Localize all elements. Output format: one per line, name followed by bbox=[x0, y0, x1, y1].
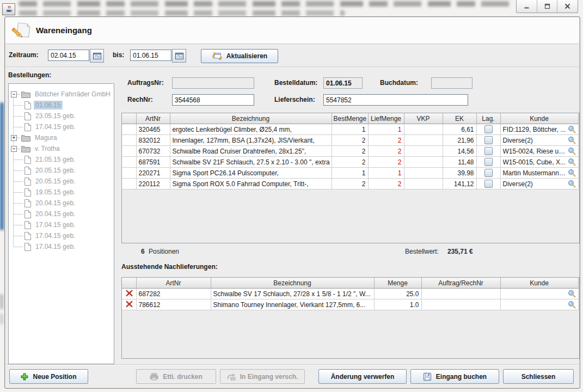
tree-item-row[interactable]: 01.06.15 bbox=[9, 100, 114, 111]
bezeichnung-cell[interactable]: Schwalbe Road Cruiser Drahtreifen, 28x1.… bbox=[170, 146, 332, 157]
close-button[interactable] bbox=[557, 0, 578, 13]
artnr-cell[interactable]: 786612 bbox=[136, 299, 211, 310]
table-row[interactable]: 220271Sigma Sport PC26.14 Pulscomputer,1… bbox=[122, 168, 578, 179]
lag-checkbox[interactable] bbox=[484, 158, 493, 166]
vkp-cell[interactable] bbox=[404, 157, 443, 168]
tree-item-row[interactable]: 17.04.15 geb. bbox=[9, 121, 114, 132]
row-selector-cell[interactable] bbox=[122, 124, 136, 135]
vkp-cell[interactable] bbox=[404, 179, 443, 189]
table-row[interactable]: 687591Schwalbe SV 21F Schlauch, 27.5 x 2… bbox=[122, 157, 578, 168]
schliessen-button[interactable]: Schliessen bbox=[503, 369, 574, 384]
menge-cell[interactable]: 25.0 bbox=[374, 289, 421, 299]
bestmenge-cell[interactable]: 2 bbox=[332, 179, 368, 189]
date-from-input[interactable] bbox=[48, 50, 89, 61]
tree-item-row[interactable]: 19.05.15 geb. bbox=[9, 187, 114, 198]
row-selector-cell[interactable] bbox=[122, 157, 136, 168]
table-row[interactable]: 832012Innenlager, 127mm, BSA (1,37x24), … bbox=[122, 135, 578, 146]
eingang-buchen-button[interactable]: Eingang buchen bbox=[410, 369, 499, 384]
tree-item-row[interactable]: 20.04.15 geb. bbox=[9, 209, 114, 219]
collapse-toggle-icon[interactable]: − bbox=[11, 146, 17, 152]
vkp-cell[interactable] bbox=[404, 168, 443, 179]
bezeichnung-cell[interactable]: Shimano Tourney Innenlager, Vierkant 127… bbox=[211, 299, 374, 310]
col-ek[interactable]: EK bbox=[443, 113, 476, 124]
tree-item-row[interactable]: 21.05.15 geb. bbox=[9, 154, 114, 165]
lag-checkbox[interactable] bbox=[484, 169, 493, 177]
col-delete[interactable] bbox=[122, 278, 136, 289]
row-selector-cell[interactable] bbox=[122, 179, 136, 189]
tree-folder-row[interactable]: −v. Trotha bbox=[9, 143, 114, 154]
date-to-input[interactable] bbox=[130, 50, 171, 61]
table-row[interactable]: 320465ergotec Lenkerbügel Climber, Ø25,4… bbox=[122, 124, 578, 135]
auftragsnr-field[interactable] bbox=[172, 77, 254, 89]
bezeichnung-cell[interactable]: ergotec Lenkerbügel Climber, Ø25,4 mm, bbox=[170, 124, 332, 135]
bestmenge-cell[interactable]: 1 bbox=[332, 168, 368, 179]
col-kunde[interactable]: Kunde bbox=[500, 278, 578, 289]
ek-cell[interactable]: 21,96 bbox=[443, 135, 476, 146]
ek-cell[interactable]: 14,56 bbox=[443, 146, 476, 157]
table-row[interactable]: 220112Sigma Sport ROX 5.0 Fahrrad Comput… bbox=[122, 179, 578, 189]
collapse-toggle-icon[interactable]: − bbox=[11, 91, 17, 97]
tree-item-row[interactable]: 23.05.15 geb. bbox=[9, 111, 114, 121]
bestmenge-cell[interactable]: 2 bbox=[332, 135, 368, 146]
red-x-icon[interactable] bbox=[126, 290, 133, 297]
lieferschein-field[interactable] bbox=[323, 94, 468, 106]
col-selector[interactable] bbox=[122, 113, 136, 124]
magnifier-icon[interactable] bbox=[568, 169, 576, 177]
tree-item-row[interactable]: 20.05.15 geb. bbox=[9, 165, 114, 176]
ek-cell[interactable]: 141,12 bbox=[443, 179, 476, 189]
artnr-cell[interactable]: 220271 bbox=[136, 168, 170, 179]
vkp-cell[interactable] bbox=[404, 146, 443, 157]
ek-cell[interactable]: 11,48 bbox=[443, 157, 476, 168]
ek-cell[interactable]: 39,98 bbox=[443, 168, 476, 179]
magnifier-icon[interactable] bbox=[568, 290, 576, 298]
bestmenge-cell[interactable]: 2 bbox=[332, 157, 368, 168]
col-artnr[interactable]: ArtNr bbox=[136, 113, 170, 124]
tree-item-row[interactable]: 20.05.15 geb. bbox=[9, 176, 114, 187]
magnifier-icon[interactable] bbox=[568, 180, 576, 188]
artnr-cell[interactable]: 687591 bbox=[136, 157, 170, 168]
col-menge[interactable]: Menge bbox=[374, 278, 421, 289]
table-row[interactable]: 786612Shimano Tourney Innenlager, Vierka… bbox=[122, 299, 578, 310]
col-vkp[interactable]: VKP bbox=[404, 113, 443, 124]
magnifier-icon[interactable] bbox=[568, 147, 576, 155]
auftrag-rechnr-cell[interactable] bbox=[421, 299, 500, 310]
col-bezeichnung[interactable]: Bezeichnung bbox=[170, 113, 332, 124]
magnifier-icon[interactable] bbox=[568, 125, 576, 133]
bestelldatum-field[interactable] bbox=[323, 77, 363, 89]
auftrag-rechnr-cell[interactable] bbox=[421, 289, 500, 299]
maximize-button[interactable] bbox=[537, 0, 557, 13]
bezeichnung-cell[interactable]: Sigma Sport PC26.14 Pulscomputer, bbox=[170, 168, 332, 179]
lag-checkbox[interactable] bbox=[484, 125, 493, 133]
tree-item-row[interactable]: 20.04.15 geb. bbox=[9, 198, 114, 209]
tree-folder-row[interactable]: −Böttcher Fahrräder GmbH bbox=[9, 89, 114, 100]
col-liefmenge[interactable]: LiefMenge bbox=[368, 113, 404, 124]
tree-folder-row[interactable]: +Magura bbox=[9, 132, 114, 143]
aenderung-verwerfen-button[interactable]: Änderung verwerfen bbox=[318, 369, 407, 384]
date-to-calendar-button[interactable] bbox=[172, 49, 186, 63]
artnr-cell[interactable]: 687282 bbox=[136, 289, 211, 299]
magnifier-icon[interactable] bbox=[568, 301, 576, 309]
col-auftrag-rechnr[interactable]: Auftrag/RechNr bbox=[421, 278, 500, 289]
artnr-cell[interactable]: 220112 bbox=[136, 179, 170, 189]
row-selector-cell[interactable] bbox=[122, 168, 136, 179]
row-selector-cell[interactable] bbox=[122, 146, 136, 157]
tree-item-row[interactable]: 17.04.15 geb. bbox=[9, 241, 114, 252]
liefmenge-cell[interactable]: 2 bbox=[368, 146, 404, 157]
artnr-cell[interactable]: 832012 bbox=[136, 135, 170, 146]
liefmenge-cell[interactable]: 1 bbox=[368, 168, 404, 179]
col-kunde[interactable]: Kunde bbox=[500, 113, 578, 124]
buchdatum-field[interactable] bbox=[431, 77, 472, 89]
col-bezeichnung[interactable]: Bezeichnung bbox=[211, 278, 374, 289]
artnr-cell[interactable]: 320465 bbox=[136, 124, 170, 135]
aktualisieren-button[interactable]: Aktualisieren bbox=[201, 49, 278, 63]
minimize-button[interactable] bbox=[517, 0, 537, 13]
bestmenge-cell[interactable]: 1 bbox=[332, 124, 368, 135]
liefmenge-cell[interactable]: 2 bbox=[368, 179, 404, 189]
artnr-cell[interactable]: 670732 bbox=[136, 146, 170, 157]
bestmenge-cell[interactable]: 2 bbox=[332, 146, 368, 157]
table-row[interactable]: 670732Schwalbe Road Cruiser Drahtreifen,… bbox=[122, 146, 578, 157]
bezeichnung-cell[interactable]: Sigma Sport ROX 5.0 Fahrrad Computer, Tr… bbox=[170, 179, 332, 189]
rechnr-field[interactable] bbox=[172, 94, 254, 106]
row-selector-cell[interactable] bbox=[122, 135, 136, 146]
lag-checkbox[interactable] bbox=[484, 180, 493, 188]
